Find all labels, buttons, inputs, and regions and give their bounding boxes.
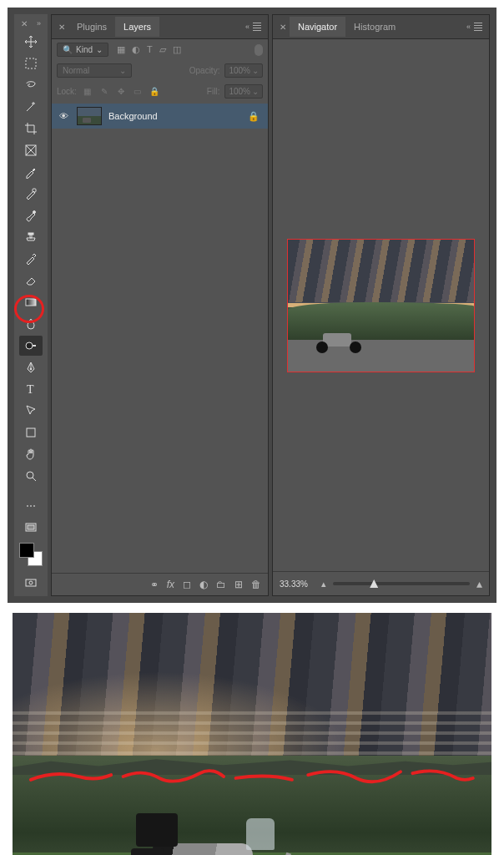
move-tool[interactable]: [19, 32, 43, 52]
collapse-icon[interactable]: «: [242, 23, 253, 31]
delete-layer-icon[interactable]: 🗑: [251, 579, 261, 590]
link-layers-icon[interactable]: ⚭: [150, 579, 159, 590]
lock-artboard-icon[interactable]: ▭: [132, 87, 144, 96]
blend-mode-select[interactable]: Normal ⌄: [57, 63, 132, 78]
panel-menu-icon[interactable]: [253, 23, 265, 31]
layer-row-background[interactable]: 👁 Background 🔒: [52, 104, 268, 129]
blend-mode-value: Normal: [63, 66, 89, 75]
chevron-down-icon: ⌄: [119, 66, 126, 75]
layer-filter-row: 🔍 Kind ⌄ ▦ ◐ T ▱ ◫: [52, 39, 268, 60]
layer-mask-icon[interactable]: ◻: [183, 579, 191, 590]
new-layer-icon[interactable]: ⊞: [234, 579, 243, 590]
type-tool[interactable]: T: [19, 379, 43, 399]
lock-label: Lock:: [57, 87, 77, 96]
path-selection-tool[interactable]: [19, 401, 43, 421]
filter-pixel-icon[interactable]: ▦: [117, 44, 125, 55]
layer-name[interactable]: Background: [108, 111, 241, 121]
screen-mode[interactable]: [19, 518, 43, 538]
svg-point-7: [30, 368, 32, 370]
svg-point-3: [33, 211, 36, 214]
canvas-image: [8, 608, 496, 855]
brush-tool[interactable]: [19, 205, 43, 225]
fill-value: 100%: [229, 87, 250, 96]
pen-tool[interactable]: [19, 357, 43, 377]
zoom-value[interactable]: 33.33%: [280, 579, 315, 589]
close-icon[interactable]: ✕: [276, 23, 290, 32]
quick-mask-mode[interactable]: [19, 573, 43, 593]
fill-input[interactable]: 100% ⌄: [224, 84, 263, 99]
layer-group-icon[interactable]: 🗀: [216, 579, 226, 590]
motorcycle-subject: [121, 787, 305, 855]
filter-smartobject-icon[interactable]: ◫: [173, 44, 181, 55]
photoshop-panels: ✕ » T: [3, 3, 501, 608]
filter-kind-select[interactable]: 🔍 Kind ⌄: [57, 43, 108, 57]
lock-transparency-icon[interactable]: ▦: [82, 87, 93, 96]
filter-toggle[interactable]: [255, 44, 263, 56]
navigator-panel: ✕ Navigator Histogram « 33.33%: [272, 14, 490, 596]
lasso-tool[interactable]: [19, 75, 43, 95]
svg-point-17: [29, 581, 33, 584]
marquee-tool[interactable]: [19, 53, 43, 73]
filter-kind-label: Kind: [76, 45, 93, 54]
layers-panel: ✕ Plugins Layers « 🔍 Kind ⌄ ▦ ◐: [51, 14, 269, 596]
zoom-tool[interactable]: [19, 466, 43, 486]
svg-rect-9: [27, 428, 35, 437]
opacity-label: Opacity:: [189, 66, 220, 75]
svg-rect-0: [26, 58, 36, 68]
collapse-icon[interactable]: «: [463, 23, 474, 31]
svg-text:T: T: [27, 383, 34, 396]
chevron-down-icon: ⌄: [252, 87, 259, 96]
adjustment-layer-icon[interactable]: ◐: [199, 579, 208, 590]
layer-thumbnail[interactable]: [77, 107, 102, 125]
close-icon[interactable]: ✕: [18, 19, 31, 28]
svg-point-13: [33, 505, 35, 507]
layers-empty-area: [52, 130, 268, 573]
filter-shape-icon[interactable]: ▱: [159, 44, 166, 55]
tab-navigator[interactable]: Navigator: [290, 17, 345, 37]
edit-toolbar[interactable]: [19, 496, 43, 516]
zoom-slider[interactable]: [333, 582, 470, 585]
hand-tool[interactable]: [19, 444, 43, 464]
layer-effects-icon[interactable]: fx: [167, 579, 174, 590]
lock-image-icon[interactable]: ✎: [98, 87, 110, 96]
tab-histogram[interactable]: Histogram: [345, 17, 404, 37]
color-swatches[interactable]: [19, 543, 43, 566]
svg-rect-16: [26, 579, 36, 586]
svg-point-10: [27, 472, 33, 478]
blur-tool[interactable]: [19, 314, 43, 334]
zoom-out-icon[interactable]: ▴: [321, 579, 326, 589]
tools-panel: ✕ » T: [14, 14, 48, 596]
dodge-tool[interactable]: [19, 336, 43, 356]
tab-plugins[interactable]: Plugins: [68, 17, 115, 37]
frame-tool[interactable]: [19, 140, 43, 160]
svg-point-6: [26, 342, 33, 349]
foreground-color-swatch[interactable]: [19, 543, 34, 558]
chevron-down-icon: ⌄: [252, 66, 259, 75]
shape-tool[interactable]: [19, 422, 43, 443]
tab-layers[interactable]: Layers: [115, 17, 159, 37]
crop-tool[interactable]: [19, 119, 43, 139]
lock-icon: 🔒: [248, 111, 263, 122]
filter-type-icon[interactable]: T: [147, 44, 153, 55]
opacity-value: 100%: [229, 66, 250, 75]
navigator-proxy-view[interactable]: [287, 239, 475, 372]
magic-wand-tool[interactable]: [19, 97, 43, 117]
clone-stamp-tool[interactable]: [19, 227, 43, 247]
close-icon[interactable]: ✕: [55, 23, 68, 32]
gradient-tool[interactable]: [19, 292, 43, 312]
opacity-input[interactable]: 100% ⌄: [224, 63, 263, 78]
lock-position-icon[interactable]: ✥: [115, 87, 127, 96]
search-icon: 🔍: [63, 45, 73, 54]
healing-brush-tool[interactable]: [19, 184, 43, 204]
history-brush-tool[interactable]: [19, 249, 43, 269]
eraser-tool[interactable]: [19, 271, 43, 291]
lock-all-icon[interactable]: 🔒: [149, 87, 160, 96]
zoom-in-icon[interactable]: ▴: [476, 577, 482, 590]
collapse-icon[interactable]: »: [33, 19, 44, 28]
filter-adjustment-icon[interactable]: ◐: [132, 44, 140, 55]
svg-rect-4: [28, 233, 33, 235]
eyedropper-tool[interactable]: [19, 162, 43, 182]
svg-point-11: [27, 505, 28, 507]
visibility-icon[interactable]: 👁: [57, 111, 70, 121]
panel-menu-icon[interactable]: [474, 23, 486, 31]
